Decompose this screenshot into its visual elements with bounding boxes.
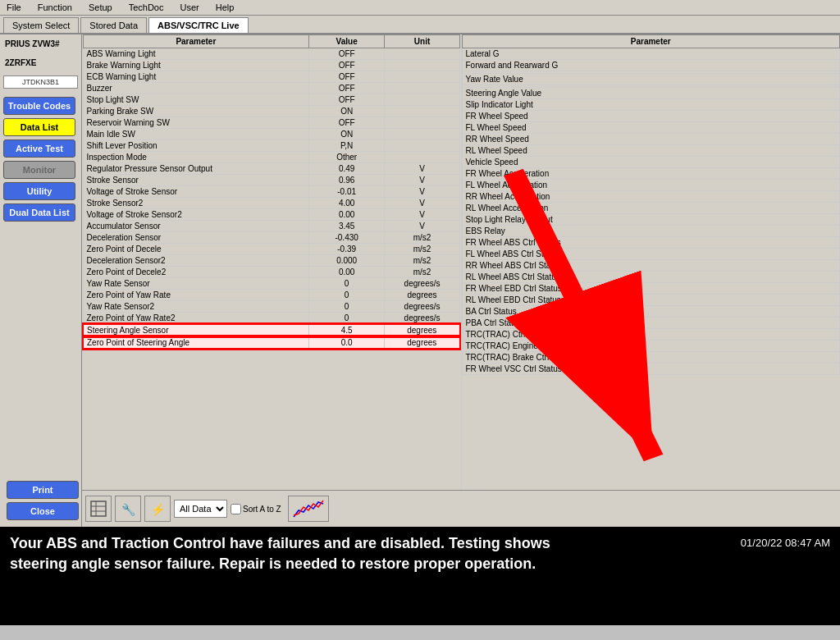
- right-table-row: FR Wheel ABS Ctrl Status: [462, 237, 840, 249]
- right-cell-param: TRC(TRAC) Ctrl Status: [462, 329, 840, 341]
- right-cell-param: RL Wheel EBD Ctrl Status: [462, 295, 840, 306]
- cell-value: 0: [309, 290, 385, 301]
- cell-unit: m/s2: [385, 232, 460, 244]
- main-content: PRIUS ZVW3# 2ZRFXE JTDKN3B1 Trouble Code…: [0, 34, 840, 527]
- table-row: Yaw Rate Sensor20degrees/s: [83, 301, 460, 313]
- cell-unit: [385, 117, 460, 129]
- data-list-button[interactable]: Data List: [3, 118, 75, 136]
- right-header-param: Parameter: [462, 35, 840, 48]
- right-cell-param: PBA Ctrl Status: [462, 318, 840, 329]
- trouble-codes-button[interactable]: Trouble Codes: [3, 97, 75, 115]
- tab-abs-vsc-trc-live[interactable]: ABS/VSC/TRC Live: [148, 17, 249, 33]
- cell-param: ABS Warning Light: [83, 48, 309, 60]
- cell-value: 4.5: [309, 324, 385, 336]
- table-row: Stop Light SWOFF: [83, 94, 460, 106]
- vehicle-name: PRIUS ZVW3#: [3, 38, 78, 50]
- cell-value: OFF: [309, 60, 385, 71]
- cell-value: 0.00: [309, 267, 385, 278]
- right-table-row: FR Wheel Acceleration: [462, 168, 840, 180]
- sort-checkbox-area: Sort A to Z: [231, 504, 281, 514]
- cell-param: Parking Brake SW: [83, 106, 309, 117]
- cell-value: 0: [309, 278, 385, 290]
- right-cell-param: RR Wheel ABS Ctrl Status: [462, 260, 840, 272]
- right-cell-param: Stop Light Relay Output: [462, 214, 840, 226]
- right-cell-param: BA Ctrl Status: [462, 306, 840, 318]
- cell-value: Other: [309, 152, 385, 163]
- message-area: Your ABS and Traction Control have failu…: [0, 527, 840, 625]
- menu-user[interactable]: User: [176, 2, 202, 13]
- tab-stored-data[interactable]: Stored Data: [80, 17, 147, 33]
- cell-param: Yaw Rate Sensor2: [83, 301, 309, 313]
- close-button[interactable]: Close: [7, 502, 79, 520]
- right-cell-param: FR Wheel VSC Ctrl Status: [462, 363, 840, 375]
- print-button[interactable]: Print: [7, 481, 79, 499]
- table-row: Reservoir Warning SWOFF: [83, 117, 460, 129]
- cell-param: Main Idle SW: [83, 129, 309, 140]
- table-row: Shift Lever PositionP,N: [83, 140, 460, 152]
- right-table-row: Stop Light Relay Output: [462, 214, 840, 226]
- cell-param: Zero Point of Decele2: [83, 267, 309, 278]
- right-table-row: Forward and Rearward G: [462, 60, 840, 71]
- right-table: Parameter Lateral GForward and Rearward …: [462, 34, 841, 490]
- right-table-row: RL Wheel EBD Ctrl Status: [462, 295, 840, 306]
- menu-help[interactable]: Help: [212, 2, 238, 13]
- sort-checkbox[interactable]: [231, 504, 241, 514]
- cell-unit: [385, 152, 460, 163]
- right-cell-param: Forward and Rearward G: [462, 60, 840, 71]
- cell-value: 0.96: [309, 175, 385, 186]
- vehicle-id: JTDKN3B1: [3, 75, 78, 89]
- utility-button[interactable]: Utility: [3, 182, 75, 200]
- data-filter-dropdown[interactable]: All Data: [174, 500, 227, 518]
- menu-techdoc[interactable]: TechDoc: [126, 2, 167, 13]
- cell-value: OFF: [309, 48, 385, 60]
- table-row: Voltage of Stroke Sensor20.00V: [83, 209, 460, 221]
- right-cell-param: TRC(TRAC) Brake Ctrl Status: [462, 352, 840, 363]
- cell-param: Zero Point of Decele: [83, 244, 309, 255]
- cell-value: ON: [309, 106, 385, 117]
- right-table-row: TRC(TRAC) Engine Ctrl Status: [462, 341, 840, 352]
- active-test-button[interactable]: Active Test: [3, 139, 75, 158]
- graph-icon[interactable]: [288, 496, 329, 522]
- right-table-row: FR Wheel Speed: [462, 111, 840, 122]
- table-icon[interactable]: [85, 496, 112, 522]
- cell-unit: degrees: [385, 324, 460, 336]
- right-cell-param: FL Wheel ABS Ctrl Status: [462, 249, 840, 260]
- table-row: Zero Point of Decele-0.39m/s2: [83, 244, 460, 255]
- menu-file[interactable]: File: [3, 2, 25, 13]
- table-row: Voltage of Stroke Sensor-0.01V: [83, 186, 460, 198]
- right-table-row: Yaw Rate Value: [462, 74, 840, 85]
- cell-unit: degrees/s: [385, 313, 460, 325]
- cell-unit: degrees/s: [385, 301, 460, 313]
- right-table-row: RL Wheel ABS Ctrl Status: [462, 272, 840, 283]
- svg-text:⚡: ⚡: [151, 503, 166, 517]
- dual-data-list-button[interactable]: Dual Data List: [3, 203, 75, 222]
- right-cell-param: FR Wheel ABS Ctrl Status: [462, 237, 840, 249]
- cell-param: Stroke Sensor2: [83, 198, 309, 209]
- cell-param: Voltage of Stroke Sensor2: [83, 209, 309, 221]
- right-table-row: Vehicle Speed: [462, 157, 840, 168]
- wrench-icon[interactable]: 🔧: [115, 496, 141, 522]
- tab-system-select[interactable]: System Select: [3, 17, 79, 33]
- cell-value: -0.01: [309, 186, 385, 198]
- cell-param: Regulator Pressure Sensor Output: [83, 163, 309, 175]
- menu-setup[interactable]: Setup: [85, 2, 116, 13]
- cell-unit: [385, 83, 460, 94]
- table-row: Zero Point of Yaw Rate20degrees/s: [83, 313, 460, 325]
- right-cell-param: Slip Indicator Light: [462, 99, 840, 111]
- cell-unit: V: [385, 209, 460, 221]
- menu-function[interactable]: Function: [34, 2, 75, 13]
- right-cell-param: FL Wheel Speed: [462, 122, 840, 134]
- filter-icon[interactable]: ⚡: [144, 496, 171, 522]
- right-cell-param: Vehicle Speed: [462, 157, 840, 168]
- right-cell-param: RR Wheel Speed: [462, 134, 840, 145]
- table-row: Stroke Sensor24.00V: [83, 198, 460, 209]
- right-table-row: Steering Angle Value: [462, 88, 840, 99]
- monitor-button[interactable]: Monitor: [3, 161, 75, 179]
- right-cell-param: FL Wheel Acceleration: [462, 180, 840, 191]
- right-cell-param: RL Wheel Speed: [462, 145, 840, 157]
- cell-param: Stroke Sensor: [83, 175, 309, 186]
- right-table-row: FL Wheel ABS Ctrl Status: [462, 249, 840, 260]
- right-cell-param: FR Wheel EBD Ctrl Status: [462, 283, 840, 295]
- cell-value: OFF: [309, 83, 385, 94]
- left-header-unit: Unit: [385, 35, 460, 48]
